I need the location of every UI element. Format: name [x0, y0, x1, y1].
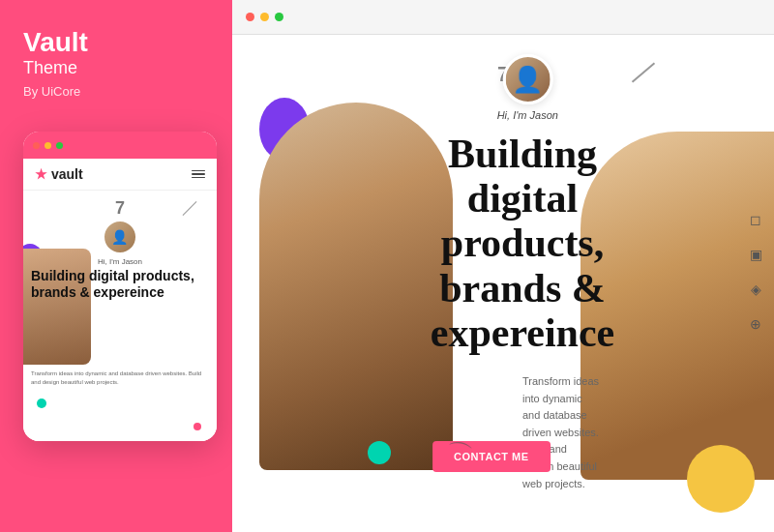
theme-label: Theme: [23, 56, 209, 80]
mobile-hero: 7 👤 Hi, I'm Jason Building digital produ…: [23, 191, 217, 441]
mobile-avatar: 👤: [103, 220, 137, 254]
mobile-top-bar: [23, 132, 217, 159]
teal-circle-deco: [368, 441, 391, 464]
avatar-face-icon: 👤: [512, 65, 543, 95]
greeting-text: Hi, I'm Jason: [497, 109, 558, 121]
mobile-pink-dot: [194, 423, 201, 430]
mobile-avatar-block: 👤 Hi, I'm Jason: [98, 220, 142, 266]
mobile-photo-left: [23, 249, 91, 365]
hero-subtext: Transform ideas into dynamic and databas…: [522, 373, 600, 492]
right-icon-2[interactable]: ▣: [745, 244, 766, 265]
right-icon-3[interactable]: ◈: [745, 279, 766, 300]
mobile-logo: ★ vault: [35, 166, 83, 182]
mobile-greeting: Hi, I'm Jason: [98, 257, 142, 266]
mobile-teal-dot: [37, 399, 46, 408]
avatar-greeting-block: 👤 Hi, I'm Jason: [497, 54, 558, 121]
mobile-content: ★ vault 7 👤 Hi, I'm Jason Building digit…: [23, 159, 217, 441]
mobile-hero-headline: Building digital products, brands & expe…: [31, 268, 209, 301]
browser-dot-minimize: [260, 13, 269, 21]
main-area: 7 👤 Hi, I'm Jason Building digital produ…: [232, 0, 774, 532]
mobile-sub-text: Transform ideas into dynamic and databas…: [31, 369, 209, 387]
mobile-logo-text: vault: [51, 166, 83, 182]
avatar-image: 👤: [502, 54, 552, 104]
mobile-dot-maximize: [56, 142, 63, 149]
brand-block: Vault Theme By UiCore: [23, 29, 209, 99]
left-person-photo: [259, 103, 453, 470]
hero-section: 7 👤 Hi, I'm Jason Building digital produ…: [232, 35, 774, 532]
hero-headline: Building digital products, brands & expe…: [426, 132, 619, 355]
browser-dot-maximize: [275, 13, 283, 21]
mobile-deco-line: [183, 201, 197, 216]
app-title: Vault: [23, 29, 209, 56]
mobile-deco-number: 7: [115, 198, 125, 219]
hamburger-icon[interactable]: [192, 170, 205, 179]
mobile-dot-close: [33, 142, 40, 149]
gold-circle-deco: [687, 445, 755, 513]
by-label: By UiCore: [23, 84, 209, 99]
right-icon-4[interactable]: ⊕: [745, 313, 766, 335]
right-icon-1[interactable]: ◻: [745, 209, 766, 230]
right-icons-panel: ◻ ▣ ◈ ⊕: [745, 209, 766, 335]
mobile-dot-minimize: [45, 142, 51, 149]
deco-line-top: [632, 63, 655, 83]
star-icon: ★: [35, 166, 47, 182]
mobile-mockup: ★ vault 7 👤 Hi, I'm Jason Building digit…: [23, 132, 217, 441]
browser-dot-close: [246, 13, 254, 21]
mobile-nav: ★ vault: [23, 159, 217, 191]
sidebar: Vault Theme By UiCore ★ vault 7: [0, 0, 232, 532]
browser-chrome: [232, 0, 774, 35]
